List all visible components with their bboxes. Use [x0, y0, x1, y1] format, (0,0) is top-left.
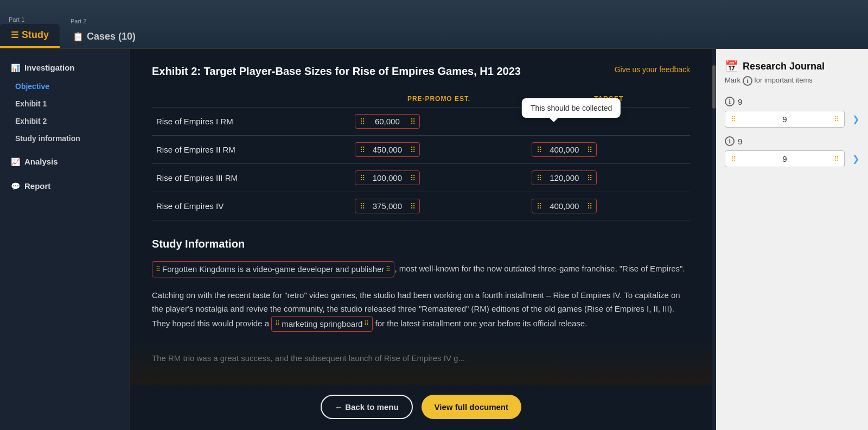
journal-subtitle: Mark ℹ for important items [725, 76, 859, 86]
journal-icon: 📅 [725, 60, 738, 73]
journal-item2-num: 9 [738, 137, 742, 146]
table-row: Rise of Empires III RM ⠿ 100,000 ⠿ ⠿ [152, 164, 690, 192]
journal-item1-value: 9 [736, 115, 834, 124]
row2-pre-input[interactable]: ⠿ 450,000 ⠿ [355, 142, 420, 157]
para2-after: for the latest installment one year befo… [375, 318, 588, 327]
journal-item1-row: ⠿ 9 ⠿ ❯ [725, 111, 859, 128]
study-info-title: Study Information [152, 238, 690, 250]
sidebar-item-analysis[interactable]: 📈 Analysis [0, 151, 130, 172]
part1-label: Part 1 [0, 16, 60, 24]
study-para2: Catching on with the recent taste for "r… [152, 288, 690, 332]
tab-study[interactable]: ☰ Study [0, 24, 60, 48]
main-layout: 📊 Investigation Objective Exhibit 1 Exhi… [0, 49, 868, 430]
row3-pre-dots-left: ⠿ [360, 174, 365, 182]
row4-name: Rise of Empires IV [152, 192, 350, 220]
journal-subtitle-mark: Mark [725, 76, 741, 84]
row4-target-input[interactable]: ⠿ 400,000 ⠿ [532, 199, 597, 213]
row1-pre-input[interactable]: ⠿ 60,000 ⠿ [355, 114, 420, 129]
tab-study-label: Study [22, 29, 49, 41]
row1-target: This should be collected [527, 108, 690, 136]
para1-after: , most well-known for the now outdated t… [394, 264, 685, 273]
journal-title: Research Journal [743, 61, 825, 72]
sidebar-item-exhibit2[interactable]: Exhibit 2 [0, 112, 130, 130]
row1-name: Rise of Empires I RM [152, 108, 350, 136]
row3-pre: ⠿ 100,000 ⠿ [350, 164, 527, 192]
journal-item2-info-icon: ℹ [725, 136, 735, 146]
row4-target-dots-right: ⠿ [587, 202, 592, 211]
row3-pre-input[interactable]: ⠿ 100,000 ⠿ [355, 170, 420, 185]
col-name-header [152, 91, 350, 108]
row3-target-input[interactable]: ⠿ 120,000 ⠿ [532, 170, 597, 185]
row1-pre-value: 60,000 [367, 117, 408, 126]
scrollbar-thumb[interactable] [712, 65, 716, 109]
sidebar-item-exhibit1[interactable]: Exhibit 1 [0, 95, 130, 112]
sidebar-item-report[interactable]: 💬 Report [0, 176, 130, 196]
data-table: PRE-PROMO EST. TARGET Rise of Empires I … [152, 91, 690, 220]
journal-item2-value: 9 [736, 154, 834, 163]
sidebar-item-study-info[interactable]: Study information [0, 130, 130, 147]
highlight1-text: Forgotten Kingdoms is a video-game devel… [162, 262, 384, 276]
row2-target-dots-right: ⠿ [587, 146, 592, 154]
row1-pre-dots-left: ⠿ [360, 117, 365, 126]
sidebar-objective-label: Objective [15, 82, 49, 91]
part2-group: Part 2 📋 Cases (10) [62, 18, 146, 48]
sidebar-study-info-label: Study information [15, 134, 80, 143]
row2-target-dots-left: ⠿ [537, 146, 541, 154]
sidebar-item-investigation[interactable]: 📊 Investigation [0, 58, 130, 78]
sidebar: 📊 Investigation Objective Exhibit 1 Exhi… [0, 49, 130, 430]
journal-header: 📅 Research Journal [725, 60, 859, 73]
content-inner: Exhibit 2: Target Player-Base Sizes for … [130, 49, 712, 396]
view-full-document-button[interactable]: View full document [422, 395, 521, 419]
journal-item1-input[interactable]: ⠿ 9 ⠿ [725, 111, 845, 128]
sidebar-item-objective[interactable]: Objective [0, 78, 130, 95]
row4-target-value: 400,000 [544, 201, 585, 211]
sidebar-investigation-label: Investigation [24, 63, 75, 72]
feedback-link[interactable]: Give us your feedback [615, 65, 690, 74]
journal-info-icon: ℹ [743, 76, 752, 86]
investigation-icon: 📊 [11, 64, 20, 72]
row2-pre: ⠿ 450,000 ⠿ [350, 136, 527, 164]
table-row: Rise of Empires II RM ⠿ 450,000 ⠿ ⠿ [152, 136, 690, 164]
highlight-phrase-2[interactable]: ⠿ marketing springboard ⠿ [271, 316, 373, 332]
study-tab-icon: ☰ [11, 30, 18, 40]
journal-item1-header: ℹ 9 [725, 97, 859, 106]
analysis-icon: 📈 [11, 157, 20, 166]
row1-pre: ⠿ 60,000 ⠿ [350, 108, 527, 136]
part1-group: Part 1 ☰ Study [0, 16, 60, 48]
journal-item2-dots-right: ⠿ [834, 155, 839, 163]
sidebar-report-label: Report [24, 181, 50, 191]
row2-pre-value: 450,000 [367, 145, 408, 154]
row3-target-dots-right: ⠿ [587, 174, 592, 182]
part2-label: Part 2 [62, 18, 146, 26]
sidebar-exhibit1-label: Exhibit 1 [15, 99, 47, 108]
journal-panel: 📅 Research Journal Mark ℹ for important … [716, 49, 868, 430]
tooltip-box: This should be collected [522, 98, 621, 118]
highlight-phrase-1[interactable]: ⠿ Forgotten Kingdoms is a video-game dev… [152, 261, 394, 277]
top-bar: Part 1 ☰ Study Part 2 📋 Cases (10) [0, 0, 868, 49]
tab-cases[interactable]: 📋 Cases (10) [62, 26, 146, 48]
row4-pre-dots-left: ⠿ [360, 202, 365, 211]
journal-item1-chevron[interactable]: ❯ [852, 114, 859, 124]
study-para3: The RM trio was a great success, and the… [152, 351, 690, 365]
row2-pre-dots-left: ⠿ [360, 146, 365, 154]
journal-item1-info-icon: ℹ [725, 97, 735, 106]
journal-item2-input[interactable]: ⠿ 9 ⠿ [725, 150, 845, 167]
scrollbar-track[interactable] [712, 49, 716, 430]
row4-pre-input[interactable]: ⠿ 375,000 ⠿ [355, 199, 420, 213]
table-row: Rise of Empires I RM ⠿ 60,000 ⠿ This sho… [152, 108, 690, 136]
row4-target-dots-left: ⠿ [537, 202, 541, 211]
report-icon: 💬 [11, 182, 20, 191]
row2-target-input[interactable]: ⠿ 400,000 ⠿ [532, 142, 597, 157]
journal-item1-dots-right: ⠿ [834, 115, 839, 123]
row4-pre: ⠿ 375,000 ⠿ [350, 192, 527, 220]
row3-target-dots-left: ⠿ [537, 174, 541, 182]
study-para1: ⠿ Forgotten Kingdoms is a video-game dev… [152, 261, 690, 277]
faded-text-area: The RM trio was a great success, and the… [130, 343, 712, 385]
highlight2-text: marketing springboard [282, 317, 362, 331]
back-to-menu-button[interactable]: ← Back to menu [321, 395, 413, 419]
journal-item2-chevron[interactable]: ❯ [852, 154, 859, 164]
exhibit-title: Exhibit 2: Target Player-Base Sizes for … [152, 65, 521, 78]
sidebar-report-section: 💬 Report [0, 176, 130, 196]
row3-pre-dots-right: ⠿ [410, 174, 415, 182]
row1-pre-dots-right: ⠿ [410, 117, 415, 126]
